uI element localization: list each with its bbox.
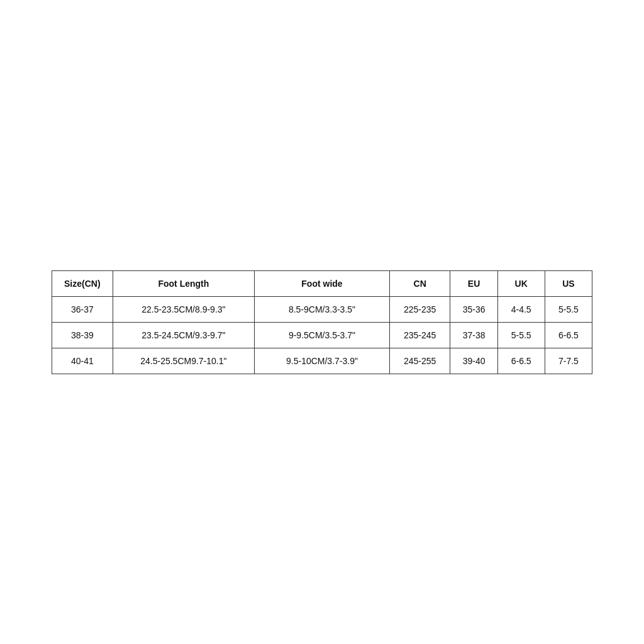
cell-cn: 245-255	[389, 348, 450, 374]
table-row: 36-3722.5-23.5CM/8.9-9.3"8.5-9CM/3.3-3.5…	[52, 296, 592, 322]
table-row: 38-3923.5-24.5CM/9.3-9.7"9-9.5CM/3.5-3.7…	[52, 322, 592, 348]
cell-us: 6-6.5	[545, 322, 592, 348]
cell-cn: 235-245	[389, 322, 450, 348]
header-eu: EU	[450, 270, 497, 296]
header-uk: UK	[497, 270, 545, 296]
header-size-cn: Size(CN)	[52, 270, 113, 296]
header-foot-length: Foot Length	[113, 270, 254, 296]
cell-uk: 6-6.5	[497, 348, 545, 374]
cell-us: 5-5.5	[545, 296, 592, 322]
cell-eu: 37-38	[450, 322, 497, 348]
cell-foot-length: 24.5-25.5CM9.7-10.1"	[113, 348, 254, 374]
cell-eu: 39-40	[450, 348, 497, 374]
cell-size-cn: 40-41	[52, 348, 113, 374]
size-chart-table: Size(CN) Foot Length Foot wide CN EU UK …	[52, 270, 592, 374]
cell-cn: 225-235	[389, 296, 450, 322]
header-cn: CN	[389, 270, 450, 296]
cell-foot-wide: 8.5-9CM/3.3-3.5"	[255, 296, 390, 322]
cell-size-cn: 36-37	[52, 296, 113, 322]
cell-uk: 4-4.5	[497, 296, 545, 322]
header-us: US	[545, 270, 592, 296]
size-chart-container: Size(CN) Foot Length Foot wide CN EU UK …	[52, 270, 592, 374]
header-foot-wide: Foot wide	[255, 270, 390, 296]
table-row: 40-4124.5-25.5CM9.7-10.1"9.5-10CM/3.7-3.…	[52, 348, 592, 374]
cell-eu: 35-36	[450, 296, 497, 322]
cell-us: 7-7.5	[545, 348, 592, 374]
cell-uk: 5-5.5	[497, 322, 545, 348]
cell-foot-length: 22.5-23.5CM/8.9-9.3"	[113, 296, 254, 322]
cell-foot-wide: 9.5-10CM/3.7-3.9"	[255, 348, 390, 374]
cell-foot-length: 23.5-24.5CM/9.3-9.7"	[113, 322, 254, 348]
cell-size-cn: 38-39	[52, 322, 113, 348]
cell-foot-wide: 9-9.5CM/3.5-3.7"	[255, 322, 390, 348]
table-header-row: Size(CN) Foot Length Foot wide CN EU UK …	[52, 270, 592, 296]
